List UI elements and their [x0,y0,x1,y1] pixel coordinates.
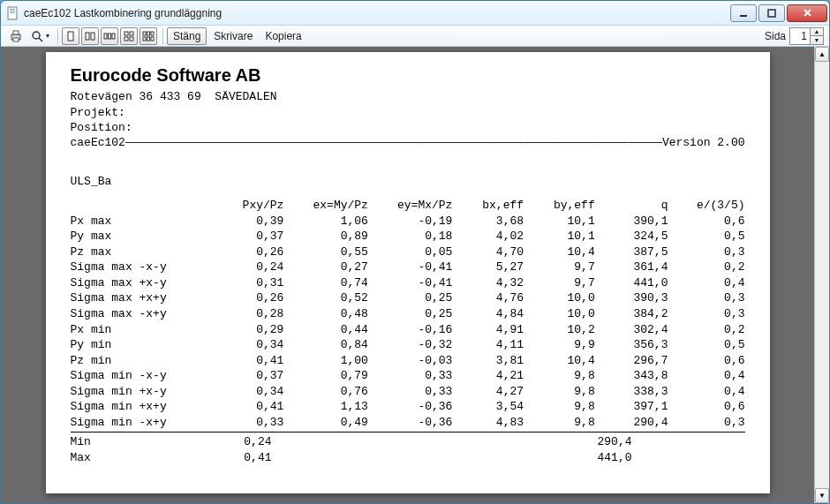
cell: 10,2 [524,322,595,338]
scroll-track[interactable] [815,62,829,488]
printer-menu[interactable]: Skrivare [208,27,258,45]
cell: 4,21 [452,368,524,384]
row-label: Pz max [71,244,211,260]
page-label: Sida [765,30,786,42]
cell: 10,1 [524,229,595,244]
table-row: Sigma max +x+y0,260,520,254,7610,0390,30… [71,290,745,306]
cell: 441,0 [595,275,668,291]
view-two-up-button[interactable] [81,27,99,45]
cell: 4,91 [452,322,524,338]
maximize-button[interactable] [758,4,785,22]
cell: 10,4 [524,244,595,260]
cell: 0,74 [283,275,368,291]
cell: 0,52 [283,290,368,306]
table-row: Sigma max -x+y0,280,480,254,8410,0384,20… [71,306,745,322]
view-grid-2x3-button[interactable] [140,27,157,45]
cell: 0,3 [668,306,744,322]
print-icon-button[interactable] [6,27,26,45]
view-grid-2x2-button[interactable] [120,27,138,45]
cell: 0,4 [668,368,744,384]
module-name: caeEc102 [71,136,125,149]
summary-max-q: 441,0 [563,450,632,466]
cell: 324,5 [595,229,668,244]
cell: 9,7 [524,275,595,291]
minimize-button[interactable] [730,4,757,22]
svg-rect-14 [104,34,107,39]
page-down-button[interactable]: ▼ [811,36,823,44]
cell: 0,5 [668,229,744,244]
table-row: Px max0,391,06-0,193,6810,1390,10,6 [71,214,745,229]
dropdown-caret-icon: ▾ [46,32,49,40]
row-label: Sigma min +x-y [71,384,211,400]
cell: 0,55 [283,244,368,260]
view-three-up-button[interactable] [101,27,118,45]
cell: 4,76 [452,290,524,306]
cell: 390,1 [595,214,668,229]
page-up-button[interactable]: ▲ [811,28,823,36]
svg-rect-12 [86,33,89,40]
cell: 0,26 [211,290,284,306]
cell: 0,76 [283,384,368,400]
view-single-page-button[interactable] [62,27,79,45]
cell: 0,89 [283,229,368,244]
address-line: Rotevägen 36 433 69 SÄVEDALEN [71,89,745,105]
cell: 0,24 [211,260,284,275]
close-preview-button[interactable]: Stäng [167,27,207,45]
window-title: caeEc102 Lastkombinering grundläggning [24,7,728,19]
svg-rect-18 [130,32,133,35]
svg-rect-26 [151,37,154,41]
row-label: Pz min [71,353,211,369]
cell: 390,3 [595,290,668,306]
cell: 0,34 [211,384,284,400]
hr-rule-icon [125,136,662,149]
cell: 0,4 [668,384,744,400]
zoom-icon-button[interactable]: ▾ [27,27,52,45]
cell: 0,33 [211,415,284,431]
cell: 5,27 [452,260,524,275]
vertical-scrollbar[interactable]: ▲ ▼ [814,47,829,503]
cell: 0,4 [668,275,744,291]
cell: 0,3 [668,290,744,306]
cell: -0,16 [368,322,453,338]
app-icon [6,6,20,20]
cell: 356,3 [595,337,668,353]
row-label: Sigma max -x+y [71,306,211,322]
scroll-up-button[interactable]: ▲ [815,47,829,62]
cell: -0,19 [368,214,453,229]
table-row: Py max0,370,890,184,0210,1324,50,5 [71,229,745,244]
close-button[interactable] [787,4,827,22]
cell: 10,0 [524,306,595,322]
table-row: Sigma min +x+y0,411,13-0,363,549,8397,10… [71,399,745,415]
summary-table: Min 0,24 290,4 Max 0,41 441,0 [71,434,632,465]
separator [162,28,163,44]
cell: 384,2 [595,306,668,322]
cell: 296,7 [595,353,668,369]
cell: 4,32 [452,275,524,291]
report-page: Eurocode Software AB Rotevägen 36 433 69… [46,52,770,493]
cell: 1,00 [283,353,368,369]
cell: 0,6 [668,214,744,229]
table-header-row: Pxy/Pz ex=My/Pz ey=Mx/Pz bx,eff by,eff q… [71,198,745,214]
svg-rect-22 [147,32,150,35]
svg-rect-17 [124,32,128,35]
svg-rect-25 [147,37,150,41]
cell: 0,48 [283,306,368,322]
separator [57,28,58,44]
cell: 0,5 [668,337,744,353]
cell: 0,41 [211,399,284,415]
copy-menu[interactable]: Kopiera [260,27,306,45]
cell: 4,84 [452,306,524,322]
cell: 302,4 [595,322,668,338]
row-label: Sigma max +x+y [71,290,211,306]
page-spinner[interactable]: 1 ▲ ▼ [789,27,824,45]
document-viewport[interactable]: Eurocode Software AB Rotevägen 36 433 69… [1,47,814,503]
page-number-value[interactable]: 1 [790,30,810,42]
table-row: Pz min0,411,00-0,033,8110,4296,70,6 [71,353,745,369]
scroll-down-button[interactable]: ▼ [815,488,829,503]
col-header: e/(3/5) [668,198,744,214]
cell: 9,7 [524,260,595,275]
cell: 0,6 [668,399,744,415]
row-label: Px min [71,322,211,338]
cell: 0,44 [283,322,368,338]
cell: -0,03 [368,353,453,369]
